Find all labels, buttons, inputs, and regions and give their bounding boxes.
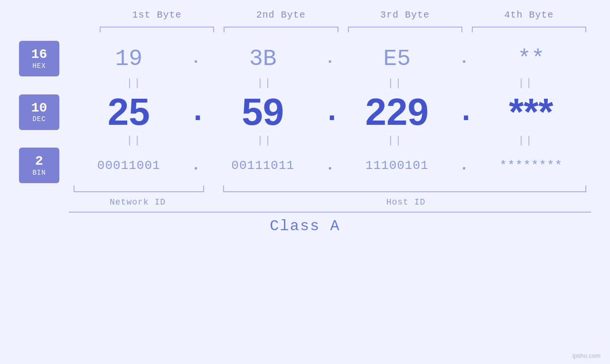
hex-label: HEX	[32, 62, 46, 70]
eq-2-2: ||	[199, 135, 330, 147]
top-bracket-1	[95, 24, 219, 34]
dec-byte-3: 229	[337, 90, 457, 134]
bin-values: 00011001 . 00111011 . 11100101 . *******…	[69, 157, 591, 174]
network-bracket	[69, 186, 206, 195]
host-id-label: Host ID	[386, 197, 426, 207]
eq-2-3: ||	[330, 135, 460, 147]
top-bracket-shape-3	[348, 27, 462, 32]
byte-headers: 1st Byte 2nd Byte 3rd Byte 4th Byte	[19, 9, 591, 20]
hex-byte-3: E5	[337, 46, 457, 72]
hex-values: 19 . 3B . E5 . **	[69, 46, 591, 72]
eq-2-1: ||	[69, 135, 199, 147]
bin-val-2: 00111011	[231, 159, 294, 173]
bin-val-1: 00011001	[97, 159, 160, 173]
hex-num: 16	[31, 47, 47, 62]
network-bracket-shape	[74, 186, 204, 192]
equals-row-1: || || || ||	[19, 77, 591, 89]
hex-dot-2: .	[323, 50, 337, 67]
bracket-labels-row: Network ID Host ID	[19, 197, 591, 207]
full-bracket-line	[69, 212, 591, 213]
bin-label: BIN	[32, 169, 46, 177]
bin-byte-1: 00011001	[69, 159, 189, 173]
eq-2-4: ||	[460, 135, 591, 147]
eq-1-1: ||	[69, 77, 199, 89]
byte-header-3: 3rd Byte	[343, 9, 467, 20]
dec-val-3: 229	[366, 90, 429, 134]
main-container: 1st Byte 2nd Byte 3rd Byte 4th Byte 16 H…	[0, 0, 610, 364]
bin-dot-2: .	[323, 157, 337, 174]
full-bottom-bracket	[19, 212, 591, 213]
eq-1-3: ||	[330, 77, 460, 89]
bin-byte-3: 11100101	[337, 159, 457, 173]
hex-byte-1: 19	[69, 46, 189, 72]
hex-val-2: 3B	[249, 46, 277, 72]
dec-byte-4: ***	[471, 90, 591, 134]
byte-header-2: 2nd Byte	[219, 9, 343, 20]
byte-header-1: 1st Byte	[95, 9, 219, 20]
dec-val-4: ***	[509, 90, 553, 134]
bottom-brackets-row	[19, 186, 591, 195]
bin-byte-2: 00111011	[203, 159, 323, 173]
footer-text: ipshu.com	[572, 352, 601, 359]
dec-dot-1: .	[189, 95, 203, 129]
top-bracket-3	[343, 24, 467, 34]
hex-dot-1: .	[189, 50, 203, 67]
bottom-section: Network ID Host ID Class A	[19, 186, 591, 235]
bin-row: 2 BIN 00011001 . 00111011 . 11100101 . *…	[19, 148, 591, 183]
hex-row: 16 HEX 19 . 3B . E5 . **	[19, 41, 591, 76]
bin-val-4: ********	[499, 159, 563, 173]
hex-byte-2: 3B	[203, 46, 323, 72]
top-bracket-shape-1	[100, 27, 214, 32]
hex-badge: 16 HEX	[19, 41, 59, 76]
bin-dot-1: .	[189, 157, 203, 174]
host-id-label-cell: Host ID	[221, 197, 591, 207]
host-bracket	[221, 186, 591, 195]
class-label: Class A	[19, 217, 591, 235]
dec-values: 25 . 59 . 229 . ***	[69, 90, 591, 134]
dec-byte-1: 25	[69, 90, 189, 134]
top-bracket-shape-2	[224, 27, 338, 32]
byte-header-4: 4th Byte	[467, 9, 591, 20]
eq-1-2: ||	[199, 77, 330, 89]
host-bracket-shape	[223, 186, 586, 192]
equals-row-2: || || || ||	[19, 135, 591, 147]
dec-row: 10 DEC 25 . 59 . 229 . ***	[19, 90, 591, 134]
dec-byte-2: 59	[203, 90, 323, 134]
dec-dot-2: .	[323, 95, 337, 129]
dec-val-1: 25	[108, 90, 150, 134]
hex-dot-3: .	[457, 50, 471, 67]
hex-val-3: E5	[383, 46, 411, 72]
dec-dot-3: .	[457, 95, 471, 129]
hex-byte-4: **	[471, 46, 591, 72]
top-bracket-2	[219, 24, 343, 34]
bin-badge: 2 BIN	[19, 148, 59, 183]
top-brackets	[19, 24, 591, 34]
hex-val-4: **	[517, 46, 545, 72]
dec-label: DEC	[32, 115, 46, 123]
top-bracket-4	[467, 24, 591, 34]
top-bracket-shape-4	[472, 27, 586, 32]
hex-val-1: 19	[115, 46, 142, 72]
bin-num: 2	[35, 154, 43, 169]
eq-1-4: ||	[460, 77, 591, 89]
network-id-label: Network ID	[110, 197, 166, 207]
dec-val-2: 59	[242, 90, 284, 134]
bin-byte-4: ********	[471, 159, 591, 173]
dec-badge: 10 DEC	[19, 94, 59, 130]
dec-num: 10	[31, 101, 47, 116]
dot-spacer	[206, 186, 221, 195]
network-id-label-cell: Network ID	[69, 197, 206, 207]
bin-dot-3: .	[457, 157, 471, 174]
bin-val-3: 11100101	[366, 159, 429, 173]
